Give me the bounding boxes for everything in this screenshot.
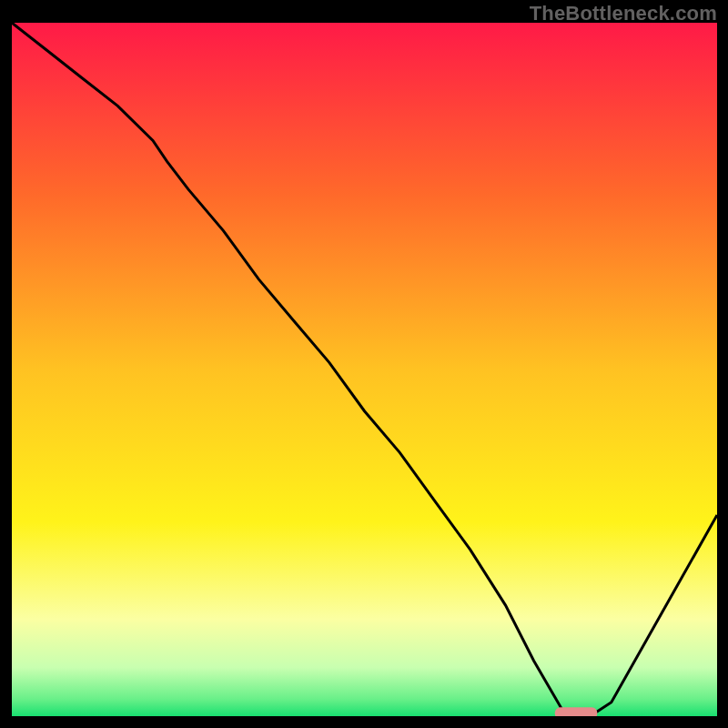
- gradient-background: [12, 23, 717, 716]
- bottleneck-chart: [12, 23, 717, 716]
- chart-frame: [12, 23, 717, 716]
- watermark-text: TheBottleneck.com: [530, 2, 717, 25]
- optimal-range-marker: [555, 707, 598, 716]
